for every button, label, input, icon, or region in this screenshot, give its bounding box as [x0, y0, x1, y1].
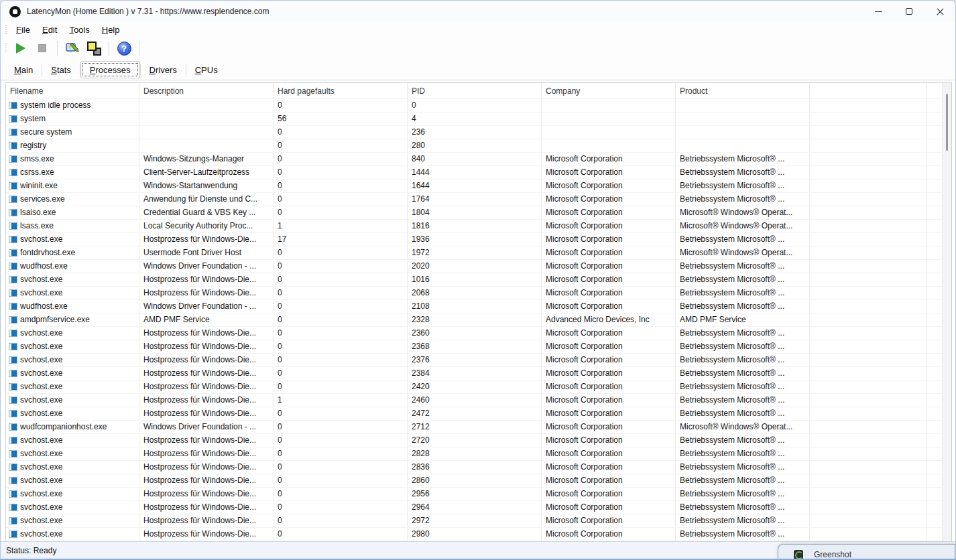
process-company-cell: Advanced Micro Devices, Inc — [542, 313, 676, 326]
table-row[interactable]: svchost.exe Hostprozess für Windows-Die.… — [6, 514, 951, 528]
table-row[interactable]: lsass.exe Local Security Authority Proc.… — [6, 220, 951, 233]
table-row[interactable]: lsaiso.exe Credential Guard & VBS Key ..… — [6, 206, 951, 220]
process-filename: fontdrvhost.exe — [20, 247, 75, 259]
process-empty-cell — [810, 206, 927, 219]
table-row[interactable]: csrss.exe Client-Server-Laufzeitprozess … — [6, 166, 951, 180]
table-row[interactable]: svchost.exe Hostprozess für Windows-Die.… — [6, 327, 951, 340]
column-header-hard-pagefaults[interactable]: Hard pagefaults — [274, 83, 408, 99]
process-empty-cell — [810, 247, 927, 259]
menu-edit[interactable]: Edit — [36, 23, 63, 36]
table-row[interactable]: svchost.exe Hostprozess für Windows-Die.… — [6, 461, 951, 474]
table-row[interactable]: svchost.exe Hostprozess für Windows-Die.… — [6, 394, 951, 407]
table-row[interactable]: svchost.exe Hostprozess für Windows-Die.… — [6, 340, 951, 354]
table-row[interactable]: svchost.exe Hostprozess für Windows-Die.… — [6, 434, 951, 447]
stop-monitor-button[interactable] — [33, 40, 52, 57]
tab-stats[interactable]: Stats — [42, 61, 80, 78]
table-row[interactable]: svchost.exe Hostprozess für Windows-Die.… — [6, 273, 951, 287]
menu-help[interactable]: Help — [96, 23, 126, 36]
table-row[interactable]: svchost.exe Hostprozess für Windows-Die.… — [6, 501, 951, 514]
copy-report-button[interactable] — [84, 40, 103, 57]
table-row[interactable]: services.exe Anwendung für Dienste und C… — [6, 193, 951, 206]
table-row[interactable]: svchost.exe Hostprozess für Windows-Die.… — [6, 367, 951, 380]
options-button[interactable] — [63, 40, 82, 57]
process-product-cell: Betriebssystem Microsoft® ... — [676, 514, 810, 527]
tab-cpus[interactable]: CPUs — [186, 61, 227, 78]
greenshot-toast[interactable]: Greenshot — [778, 544, 955, 559]
table-row[interactable]: wininit.exe Windows-Startanwendung 0 164… — [6, 180, 951, 193]
process-filename-cell: svchost.exe — [6, 233, 139, 246]
tab-main[interactable]: Main — [5, 61, 42, 78]
table-row[interactable]: wudfcompanionhost.exe Windows Driver Fou… — [6, 421, 951, 434]
window-title: LatencyMon (Home Edition ) v 7.31 - http… — [27, 7, 270, 16]
process-empty-cell — [810, 434, 927, 447]
process-product-cell: Betriebssystem Microsoft® ... — [676, 327, 810, 340]
tab-drivers[interactable]: Drivers — [141, 61, 186, 78]
table-row[interactable]: svchost.exe Hostprozess für Windows-Die.… — [6, 233, 951, 247]
menu-tools[interactable]: Tools — [63, 23, 95, 36]
table-row[interactable]: svchost.exe Hostprozess für Windows-Die.… — [6, 488, 951, 501]
table-row[interactable]: amdpmfservice.exe AMD PMF Service 0 2328… — [6, 313, 951, 327]
process-pid-cell: 1972 — [408, 247, 542, 259]
column-header-product[interactable]: Product — [676, 83, 810, 99]
column-header-empty[interactable] — [810, 83, 927, 99]
table-row[interactable]: secure system 0 236 — [6, 126, 951, 139]
table-row[interactable]: wudfhost.exe Windows Driver Foundation -… — [6, 260, 951, 273]
process-pagefaults-cell: 0 — [274, 434, 408, 447]
process-pid-cell: 1016 — [408, 273, 542, 286]
process-pagefaults-cell: 1 — [274, 220, 408, 232]
table-row[interactable]: smss.exe Windows-Sitzungs-Manager 0 840 … — [6, 153, 951, 166]
application-icon — [9, 477, 17, 484]
process-empty-cell — [810, 273, 927, 286]
menu-file[interactable]: File — [10, 23, 36, 36]
table-row[interactable]: wudfhost.exe Windows Driver Foundation -… — [6, 300, 951, 313]
process-filename-cell: svchost.exe — [6, 461, 139, 474]
titlebar: LatencyMon (Home Edition ) v 7.31 - http… — [1, 1, 955, 22]
help-button[interactable]: ? — [115, 40, 133, 57]
table-row[interactable]: svchost.exe Hostprozess für Windows-Die.… — [6, 380, 951, 394]
table-row[interactable]: svchost.exe Hostprozess für Windows-Die.… — [6, 354, 951, 367]
menubar-gripper — [5, 25, 7, 34]
table-row[interactable]: svchost.exe Hostprozess für Windows-Die.… — [6, 287, 951, 300]
process-pagefaults-cell: 0 — [274, 260, 408, 273]
process-pagefaults-cell: 0 — [274, 488, 408, 500]
table-row[interactable]: system 56 4 — [6, 113, 951, 126]
process-empty-cell — [810, 327, 927, 340]
process-filename: wudfhost.exe — [20, 300, 68, 313]
table-row[interactable]: svchost.exe Hostprozess für Windows-Die.… — [6, 447, 951, 461]
process-pagefaults-cell: 0 — [274, 193, 408, 206]
table-row[interactable]: registry 0 280 — [6, 139, 951, 153]
copy-front-page-icon — [87, 42, 97, 51]
column-header-company[interactable]: Company — [542, 83, 676, 99]
process-company-cell — [542, 126, 676, 139]
process-filename: lsass.exe — [20, 220, 54, 232]
tab-processes[interactable]: Processes — [80, 61, 140, 78]
table-row[interactable]: fontdrvhost.exe Usermode Font Driver Hos… — [6, 247, 951, 260]
process-description-cell: Windows Driver Foundation - ... — [139, 260, 274, 273]
column-header-filename[interactable]: Filename — [6, 83, 139, 99]
process-pagefaults-cell: 0 — [274, 247, 408, 259]
vertical-scrollbar[interactable] — [942, 83, 951, 541]
application-icon — [9, 343, 17, 350]
table-row[interactable]: svchost.exe Hostprozess für Windows-Die.… — [6, 407, 951, 421]
minimize-button[interactable] — [863, 1, 894, 22]
process-empty-cell — [810, 488, 927, 500]
column-header-pid[interactable]: PID — [408, 83, 542, 99]
process-filename-cell: secure system — [6, 126, 139, 139]
close-button[interactable] — [924, 1, 955, 22]
table-row[interactable]: svchost.exe Hostprozess für Windows-Die.… — [6, 474, 951, 488]
process-product-cell — [676, 126, 810, 139]
maximize-button[interactable] — [894, 1, 924, 22]
process-product-cell: AMD PMF Service — [676, 313, 810, 326]
process-filename-cell: wudfhost.exe — [6, 300, 139, 313]
table-row[interactable]: svchost.exe Hostprozess für Windows-Die.… — [6, 528, 951, 541]
column-header-description[interactable]: Description — [139, 83, 274, 99]
process-description-cell: Hostprozess für Windows-Die... — [139, 287, 274, 299]
process-filename-cell: svchost.exe — [6, 394, 139, 407]
scrollbar-thumb[interactable] — [946, 94, 948, 151]
start-monitor-button[interactable] — [11, 40, 30, 57]
process-company-cell: Microsoft Corporation — [542, 233, 676, 246]
table-row[interactable]: system idle process 0 0 — [6, 99, 951, 113]
toolbar-separator — [109, 41, 109, 56]
process-description-cell: Windows-Sitzungs-Manager — [139, 153, 274, 165]
process-pid-cell: 2860 — [408, 474, 542, 487]
